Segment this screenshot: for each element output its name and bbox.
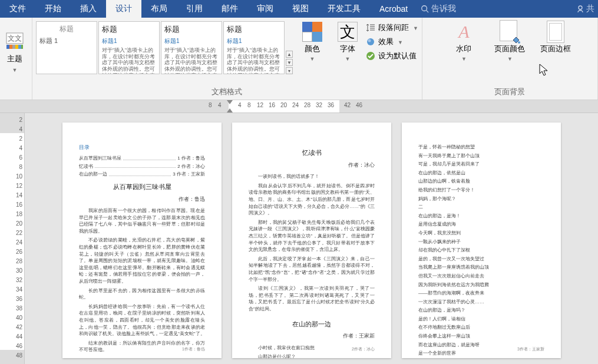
article-author: 作者：冰心: [249, 161, 375, 168]
document-page: 忆读书 作者：冰心 一谈到读书，我的话就多了！我自从会认字后不到几年，就开始读书…: [232, 123, 391, 358]
page-color-icon: [500, 20, 520, 44]
effects-button[interactable]: 效果 ▼: [366, 37, 418, 47]
tab-design[interactable]: 设计: [106, 0, 141, 18]
group-document-formatting: 标题 标题 1 标题 标题1 对于"插入"选项卡上的库，在设计时都充分考虑了其中…: [32, 18, 422, 100]
style-set-item[interactable]: 标题 标题1 对于"插入"选项卡上的库，在设计时都充分考虑了其中的项与文档整体外…: [98, 21, 160, 74]
search-icon: [421, 5, 429, 13]
svg-rect-6: [9, 45, 12, 49]
chevron-down-icon: ▼: [310, 56, 315, 62]
style-set-gallery: 标题 标题 1 标题 标题1 对于"插入"选项卡上的库，在设计时都充分考虑了其中…: [36, 20, 418, 84]
ribbon: 文文 主题 ▼ 标题 标题 1 标题 标题1 对于"插入"选项卡上的库，在设计时…: [0, 18, 598, 100]
tab-home[interactable]: 开始: [35, 0, 71, 18]
style-set-item[interactable]: 标题 标题1 对于"插入"选项卡上的库，在设计时都充分考虑了其中的项与文档整体外…: [161, 21, 222, 74]
tell-me-search[interactable]: 告诉我: [421, 4, 456, 14]
group-themes: 文文 主题 ▼: [0, 18, 32, 100]
svg-rect-8: [15, 45, 18, 49]
tab-view[interactable]: 视图: [283, 0, 318, 18]
tell-me-label: 告诉我: [431, 4, 456, 14]
page-footer: 3作者：王家新: [517, 346, 544, 352]
colors-button[interactable]: 颜色 ▼: [295, 20, 329, 62]
themes-icon: 文文: [5, 31, 25, 51]
check-icon: [366, 51, 375, 61]
svg-rect-9: [18, 45, 21, 49]
share-label: 共: [586, 4, 594, 14]
chevron-down-icon: ▼: [507, 56, 513, 62]
tab-review[interactable]: 审阅: [247, 0, 283, 18]
workspace: 2424681012141618202224262830323436384042…: [0, 113, 598, 364]
gallery-up-icon[interactable]: ▲: [286, 51, 293, 58]
svg-rect-10: [21, 45, 23, 49]
document-page: 目录 从百草园到三味书屋1 作者：鲁迅忆读书2 作者：冰心在山的那一边3 作者：…: [62, 123, 222, 358]
tab-insert[interactable]: 插入: [71, 0, 106, 18]
tab-file[interactable]: 文件: [0, 0, 35, 18]
style-set-item[interactable]: 标题 标题 1: [36, 21, 97, 74]
page-footer: 2作者：冰心: [352, 346, 375, 352]
svg-point-18: [518, 41, 520, 44]
tab-references[interactable]: 引用: [177, 0, 212, 18]
chevron-down-icon: ▼: [345, 56, 351, 62]
chevron-down-icon: ▼: [461, 56, 467, 62]
svg-point-0: [422, 6, 427, 11]
article-author: 作者：王家新: [249, 332, 375, 339]
svg-point-15: [367, 38, 374, 45]
chevron-down-icon: ▼: [12, 67, 18, 73]
svg-rect-5: [6, 45, 9, 49]
group-label: 页面背景: [426, 84, 594, 98]
share-button[interactable]: 共: [577, 4, 598, 14]
svg-point-16: [368, 39, 371, 42]
watermark-button[interactable]: A 水印 ▼: [442, 20, 485, 84]
style-set-item[interactable]: 标题 标题1 对于"插入"选项卡上的库，在设计时都充分考虑了其中的项与文档整体外…: [223, 21, 285, 74]
colors-icon: [302, 22, 322, 42]
tab-acrobat[interactable]: Acrobat: [370, 0, 417, 18]
themes-label: 主题: [7, 54, 22, 64]
tab-mailings[interactable]: 邮件: [212, 0, 247, 18]
svg-rect-7: [12, 45, 15, 49]
article-title: 从百草园到三味书屋: [79, 183, 205, 192]
chevron-down-icon: ▼: [413, 25, 418, 31]
watermark-icon: A: [458, 22, 469, 42]
formatting-options: 段落间距▼ 效果 ▼ 设为默认值: [366, 20, 418, 61]
vertical-ruler[interactable]: 2424681012141618202224262830323436384042…: [0, 113, 25, 364]
page-footer: 1作者：鲁迅: [182, 346, 205, 352]
paragraph-spacing-button[interactable]: 段落间距▼: [366, 22, 418, 33]
gallery-down-icon[interactable]: ▼: [286, 59, 293, 66]
tab-devtools[interactable]: 开发工具: [318, 0, 370, 18]
article-title: 忆读书: [249, 148, 375, 158]
group-page-background: A 水印 ▼ 页面颜色 ▼ 页面边框 页面背景: [422, 18, 598, 100]
svg-text:文文: 文文: [8, 34, 22, 42]
gallery-more-icon[interactable]: ▾: [286, 67, 293, 74]
tab-layout[interactable]: 布局: [141, 0, 177, 18]
themes-button[interactable]: 文文 主题 ▼: [1, 20, 28, 84]
fonts-button[interactable]: 文 字体 ▼: [331, 20, 365, 62]
svg-point-2: [579, 6, 582, 9]
paragraph-spacing-icon: [366, 23, 375, 32]
set-default-button[interactable]: 设为默认值: [366, 51, 418, 61]
svg-line-1: [427, 11, 429, 13]
horizontal-ruler[interactable]: 8448121620242832364246: [0, 100, 598, 113]
document-canvas[interactable]: 目录 从百草园到三味书屋1 作者：鲁迅忆读书2 作者：冰心在山的那一边3 作者：…: [25, 113, 598, 364]
group-label: 文档格式: [36, 84, 418, 98]
effects-icon: [366, 37, 375, 47]
page-border-icon: [547, 21, 564, 43]
article-author: 作者：鲁迅: [79, 196, 205, 203]
gallery-expand[interactable]: ▲ ▼ ▾: [286, 21, 294, 74]
chevron-down-icon: ▼: [398, 39, 403, 45]
menubar: 文件 开始 插入 设计 布局 引用 邮件 审阅 视图 开发工具 Acrobat …: [0, 0, 598, 18]
article-title: 在山的那一边: [249, 320, 375, 329]
document-page: 于是，怀着一种隐秘的想望有一天我终于爬上了那个山顶可是，我却几乎是哭着回来了在山…: [402, 123, 561, 358]
fonts-icon: 文: [338, 22, 358, 42]
page-color-button[interactable]: 页面颜色 ▼: [488, 20, 531, 84]
page-borders-button[interactable]: 页面边框: [534, 20, 577, 84]
share-icon: [577, 4, 586, 14]
